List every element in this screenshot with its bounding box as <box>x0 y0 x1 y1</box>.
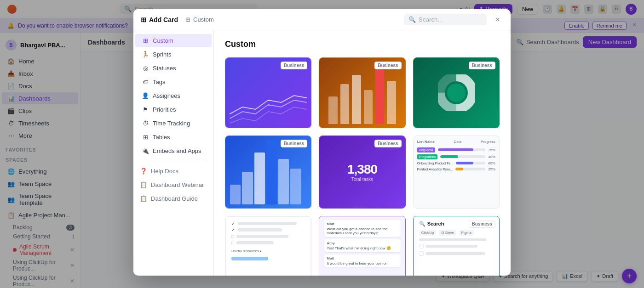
check-3: □ <box>231 234 305 239</box>
bar-1 <box>328 96 337 124</box>
card-calculation[interactable]: Business 1,380 Total tasks Calculation C… <box>319 136 405 209</box>
bat-bar-3 <box>254 152 265 204</box>
result-check-2 <box>419 251 424 256</box>
embeds-nav-icon: 🔌 <box>142 147 149 154</box>
guide-icon: 📋 <box>140 195 147 202</box>
result-check-1 <box>419 244 424 248</box>
modal-nav-tables[interactable]: ⊞ Tables <box>135 130 212 144</box>
bar-5 <box>375 68 384 124</box>
bubble-2: Amy Yes! That's what I'm doing right now… <box>324 239 400 252</box>
useful-resources-label: Useful resources ▸ <box>231 249 305 253</box>
portfolio-row-4: Product Analytics Reas... 25% <box>417 167 495 171</box>
bat-bar-6 <box>290 169 301 204</box>
text-link <box>231 257 268 260</box>
modal-sidebar: ⊞ Custom 🏃 Sprints ◎ Statuses 🏷 Tags 👤 <box>133 30 214 276</box>
modal-nav-time-tracking[interactable]: ⏱ Time Tracking <box>135 117 212 130</box>
content-title: Custom <box>225 40 500 49</box>
text-line-1 <box>238 222 297 225</box>
bar-3 <box>352 75 361 124</box>
modal-nav-guide[interactable]: 📋 Dashboard Guide <box>133 192 213 205</box>
modal-nav-assignees[interactable]: 👤 Assignees <box>135 89 212 102</box>
calculation-info: Calculation Calculate sums, averages, an… <box>319 208 405 209</box>
webinar-icon: 📋 <box>140 181 147 188</box>
modal-search[interactable]: 🔍 Search... <box>404 14 487 25</box>
bubble-1: Matt What did you get a chance to see th… <box>324 220 400 237</box>
calc-number: 1,380 <box>347 162 377 177</box>
calc-label: Total tasks <box>351 177 373 182</box>
modal-right-content: Custom Business Lin <box>214 30 511 276</box>
battery-chart-badge: Business <box>281 140 307 147</box>
text-line-2 <box>238 228 282 232</box>
line-chart-info: Line Chart Custom line chart with any da… <box>225 128 311 128</box>
modal-body: ⊞ Custom 🏃 Sprints ◎ Statuses 🏷 Tags 👤 <box>133 30 511 276</box>
modal-nav-help-docs[interactable]: ❓ Help Docs <box>133 164 213 178</box>
bat-bar-2 <box>242 172 253 204</box>
card-line-chart[interactable]: Business Line Chart Custom line chart wi… <box>225 57 311 128</box>
modal-nav-webinar[interactable]: 📋 Dashboard Webinar <box>133 178 213 192</box>
priorities-nav-icon: ⚑ <box>142 106 149 113</box>
modal-title: ⊞ Add Card <box>141 16 178 23</box>
battery-chart-info: Battery Chart Custom battery chart with … <box>225 208 311 209</box>
modal-breadcrumb: ⊞ Custom <box>185 16 214 23</box>
modal-nav-statuses[interactable]: ◎ Statuses <box>135 62 212 75</box>
bat-bar-1 <box>230 185 241 204</box>
pie-chart-badge: Business <box>469 62 495 69</box>
figma-chip: Figma <box>459 230 474 236</box>
statuses-nav-icon: ◎ <box>142 65 149 72</box>
assignees-nav-icon: 👤 <box>142 92 149 99</box>
search-preview-title: 🔍 Search <box>419 221 444 227</box>
custom-nav-icon: ⊞ <box>142 37 149 44</box>
search-sources: ClickUp G-Drive Figma <box>419 230 494 236</box>
modal-nav-sprints[interactable]: 🏃 Sprints <box>135 48 212 61</box>
clickup-chip: ClickUp <box>419 230 437 236</box>
result-row-1 <box>419 244 494 248</box>
card-battery-chart[interactable]: Business Battery Chart Custom battery ch… <box>225 136 311 209</box>
text-line-3 <box>236 235 288 238</box>
add-card-modal: ⊞ Add Card ⊞ Custom 🔍 Search... × ⊞ Cust… <box>133 9 511 276</box>
portfolio-info: Portfolio Categorize and track progress … <box>414 208 499 209</box>
bubble-3: Matt It would be great to hear your opin… <box>324 254 400 267</box>
card-bar-chart[interactable]: Business Bar Chart Custom bar chart with… <box>319 57 405 128</box>
portfolio-row-3: Onboarding Product Fe... 60% <box>417 161 495 165</box>
pie-chart-info: Pie Chart Custom pie or donut chart with… <box>414 128 499 128</box>
search-badge: Business <box>469 220 495 228</box>
check-4: □ <box>231 241 305 245</box>
gdrive-chip: G-Drive <box>439 230 456 236</box>
search-preview: Business 🔍 Search ClickUp G-Drive Fi <box>414 216 499 276</box>
calculation-preview: Business 1,380 Total tasks <box>319 136 405 208</box>
modal-nav-tags[interactable]: 🏷 Tags <box>135 75 212 89</box>
cards-grid: Business Line Chart Custom line chart wi… <box>225 57 500 276</box>
modal-close-button[interactable]: × <box>492 14 503 25</box>
modal-nav-custom[interactable]: ⊞ Custom <box>135 34 212 47</box>
text-block-preview: ✓ ✓ □ □ <box>225 216 311 276</box>
bat-bar-5 <box>278 159 289 204</box>
card-pie-chart[interactable]: Business Pie Chart Custom pie or donut c… <box>413 57 500 128</box>
card-search[interactable]: Business 🔍 Search ClickUp G-Drive Fi <box>413 216 500 276</box>
breadcrumb-icon: ⊞ <box>185 16 190 23</box>
card-portfolio[interactable]: List Name Date Progress Help desk 75% In… <box>413 136 500 209</box>
pie-chart-preview: Business <box>414 58 499 128</box>
bar-6 <box>387 81 396 124</box>
line-chart-badge: Business <box>281 62 307 69</box>
search-preview-icon: 🔍 <box>419 221 426 227</box>
result-line-3 <box>426 252 485 255</box>
bat-bar-4 <box>266 140 277 204</box>
modal-nav-embeds[interactable]: 🔌 Embeds and Apps <box>135 144 212 158</box>
portfolio-preview: List Name Date Progress Help desk 75% In… <box>414 136 499 208</box>
bar-chart-info: Bar Chart Custom bar chart with any data <box>319 128 405 128</box>
bar-4 <box>364 90 373 124</box>
portfolio-row-1: Help desk 75% <box>417 147 495 152</box>
portfolio-row-2: Integrations 40% <box>417 154 495 159</box>
sprints-nav-icon: 🏃 <box>142 51 149 58</box>
check-1: ✓ <box>231 221 305 226</box>
tags-nav-icon: 🏷 <box>142 79 149 85</box>
nav-divider <box>140 161 207 161</box>
pie-svg <box>438 74 475 111</box>
modal-nav-priorities[interactable]: ⚑ Priorities <box>135 103 212 116</box>
svg-point-3 <box>447 84 466 102</box>
card-discussion[interactable]: Matt What did you get a chance to see th… <box>319 216 405 276</box>
add-card-icon: ⊞ <box>141 16 146 23</box>
modal-header: ⊞ Add Card ⊞ Custom 🔍 Search... × <box>133 9 511 30</box>
text-line-4 <box>236 241 273 244</box>
card-text-block[interactable]: ✓ ✓ □ □ <box>225 216 311 276</box>
